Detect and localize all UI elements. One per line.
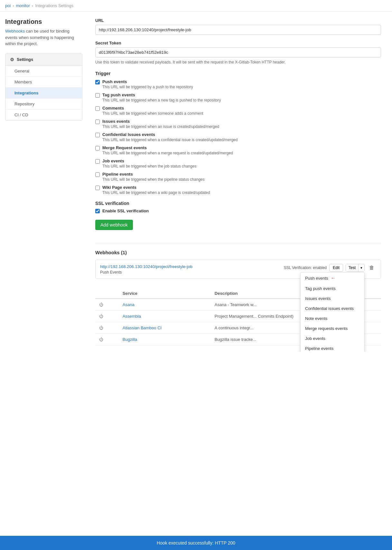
sidebar-nav: ⚙ Settings General Members Integrations … xyxy=(5,53,82,121)
breadcrumb-sep1: › xyxy=(13,3,14,8)
trigger-wiki-desc: This URL will be triggered when a wiki p… xyxy=(102,190,210,195)
trigger-push-desc: This URL will be triggered by a push to … xyxy=(102,85,193,89)
breadcrumb: poi › monitor › Integrations Settings xyxy=(0,0,392,12)
trigger-pipeline: Pipeline events This URL will be trigger… xyxy=(95,172,381,182)
trigger-push-name: Push events xyxy=(102,79,193,84)
trigger-tag-checkbox[interactable] xyxy=(95,93,100,98)
trigger-conf-issues: Confidential Issues events This URL will… xyxy=(95,132,381,142)
main-content: URL Secret Token Use this token to valid… xyxy=(82,18,381,345)
sidebar-nav-header: ⚙ Settings xyxy=(5,54,82,66)
breadcrumb-sep2: › xyxy=(32,3,33,8)
delete-button[interactable]: 🗑 xyxy=(367,264,376,271)
sidebar: Integrations Webhooks can be used for bi… xyxy=(5,18,82,345)
dropdown-pipeline[interactable]: Pipeline events xyxy=(301,343,364,352)
webhooks-section: Webhooks (1) http://192.168.206.130:1024… xyxy=(95,243,381,345)
trigger-issues: Issues events This URL will be triggered… xyxy=(95,119,381,129)
trigger-issues-desc: This URL will be triggered when an issue… xyxy=(102,124,219,129)
trigger-job-checkbox[interactable] xyxy=(95,159,100,164)
service-toggle-bugzilla[interactable]: ⏻ xyxy=(95,334,119,345)
trigger-merge-name: Merge Request events xyxy=(102,145,233,150)
url-section: URL xyxy=(95,18,381,35)
webhook-url[interactable]: http://192.168.206.130:10240/project/fre… xyxy=(100,264,192,269)
ssl-badge: SSL Verification: enabled xyxy=(284,265,327,270)
arrow-indicator: ← xyxy=(331,275,336,281)
ssl-checkbox[interactable] xyxy=(95,209,100,213)
sidebar-intro: Webhooks can be used for binding events … xyxy=(5,28,82,47)
ssl-label-text: Enable SSL verification xyxy=(102,208,149,213)
test-group-wrapper: Test ▾ Push events ← Tag push events xyxy=(346,264,365,272)
service-toggle-assembla[interactable]: ⏻ xyxy=(95,311,119,322)
dropdown-merge-requests[interactable]: Merge requests events xyxy=(301,323,364,333)
ssl-section: SSL verification Enable SSL verification xyxy=(95,201,381,213)
trigger-comments-name: Comments xyxy=(102,106,203,111)
trigger-job-desc: This URL will be triggered when the job … xyxy=(102,164,196,169)
breadcrumb-poi[interactable]: poi xyxy=(5,3,11,8)
trigger-tag: Tag push events This URL will be trigger… xyxy=(95,92,381,102)
secret-hint: Use this token to validate received payl… xyxy=(95,59,381,65)
trigger-conf-issues-name: Confidential Issues events xyxy=(102,132,238,137)
url-label: URL xyxy=(95,18,381,23)
sidebar-item-repository[interactable]: Repository xyxy=(5,99,82,110)
trigger-wiki: Wiki Page events This URL will be trigge… xyxy=(95,185,381,195)
trigger-conf-issues-desc: This URL will be triggered when a confid… xyxy=(102,138,238,142)
trigger-comments-desc: This URL will be triggered when someone … xyxy=(102,111,203,116)
trigger-job: Job events This URL will be triggered wh… xyxy=(95,159,381,169)
trigger-merge-checkbox[interactable] xyxy=(95,146,100,150)
webhook-left: http://192.168.206.130:10240/project/fre… xyxy=(100,264,284,275)
trigger-title: Trigger xyxy=(95,71,381,76)
trigger-merge-desc: This URL will be triggered when a merge … xyxy=(102,151,233,155)
webhooks-link[interactable]: Webhooks xyxy=(5,29,25,34)
sidebar-item-members[interactable]: Members xyxy=(5,77,82,88)
trigger-section: Trigger Push events This URL will be tri… xyxy=(95,71,381,195)
service-name-assembla[interactable]: Assembla xyxy=(123,314,141,319)
dropdown-push-events[interactable]: Push events ← xyxy=(301,273,364,284)
trigger-tag-name: Tag push events xyxy=(102,92,221,97)
url-input[interactable] xyxy=(95,25,381,35)
sidebar-item-cicd[interactable]: CI / CD xyxy=(5,110,82,120)
trigger-push: Push events This URL will be triggered b… xyxy=(95,79,381,89)
webhook-item: http://192.168.206.130:10240/project/fre… xyxy=(95,260,381,279)
test-btn-group: Test ▾ xyxy=(346,264,365,272)
service-name-bugzilla[interactable]: Bugzilla xyxy=(123,337,137,342)
trigger-job-name: Job events xyxy=(102,159,196,163)
trigger-tag-desc: This URL will be triggered when a new ta… xyxy=(102,98,221,102)
sidebar-nav-header-label: Settings xyxy=(17,57,33,62)
add-webhook-button[interactable]: Add webhook xyxy=(95,220,133,230)
breadcrumb-current: Integrations Settings xyxy=(35,3,73,8)
dropdown-note[interactable]: Note events xyxy=(301,314,364,323)
sidebar-title: Integrations xyxy=(5,18,82,25)
trigger-pipeline-desc: This URL will be triggered when the pipe… xyxy=(102,177,205,182)
trigger-pipeline-name: Pipeline events xyxy=(102,172,205,177)
trigger-issues-name: Issues events xyxy=(102,119,219,124)
webhook-right: SSL Verification: enabled Edit Test ▾ Pu… xyxy=(284,264,376,272)
secret-token-label: Secret Token xyxy=(95,41,381,45)
secret-token-input[interactable] xyxy=(95,47,381,57)
secret-token-section: Secret Token Use this token to validate … xyxy=(95,41,381,65)
trigger-wiki-name: Wiki Page events xyxy=(102,185,210,190)
test-button[interactable]: Test xyxy=(346,264,359,271)
trigger-merge: Merge Request events This URL will be tr… xyxy=(95,145,381,155)
webhooks-title: Webhooks (1) xyxy=(95,250,381,255)
trigger-comments: Comments This URL will be triggered when… xyxy=(95,106,381,116)
trigger-comments-checkbox[interactable] xyxy=(95,106,100,111)
sidebar-item-general[interactable]: General xyxy=(5,66,82,77)
trigger-pipeline-checkbox[interactable] xyxy=(95,172,100,177)
trigger-push-checkbox[interactable] xyxy=(95,80,100,84)
service-name-asana[interactable]: Asana xyxy=(123,302,135,307)
test-dropdown-button[interactable]: ▾ xyxy=(359,265,364,271)
trigger-wiki-checkbox[interactable] xyxy=(95,186,100,190)
trigger-issues-checkbox[interactable] xyxy=(95,120,100,124)
sidebar-item-integrations[interactable]: Integrations xyxy=(5,88,82,99)
trigger-conf-issues-checkbox[interactable] xyxy=(95,133,100,137)
edit-button[interactable]: Edit xyxy=(329,264,343,272)
gear-icon: ⚙ xyxy=(10,57,14,62)
webhook-tags: Push Events xyxy=(100,270,284,275)
dropdown-conf-issues[interactable]: Confidential issues events xyxy=(301,304,364,314)
service-name-bamboo[interactable]: Atlassian Bamboo CI xyxy=(123,325,162,330)
dropdown-issues[interactable]: Issues events xyxy=(301,294,364,304)
service-toggle-asana[interactable]: ⏻ xyxy=(95,299,119,311)
dropdown-tag-push[interactable]: Tag push events xyxy=(301,284,364,294)
breadcrumb-monitor[interactable]: monitor xyxy=(16,3,30,8)
service-toggle-bamboo[interactable]: ⏻ xyxy=(95,322,119,334)
dropdown-job[interactable]: Job events xyxy=(301,333,364,343)
